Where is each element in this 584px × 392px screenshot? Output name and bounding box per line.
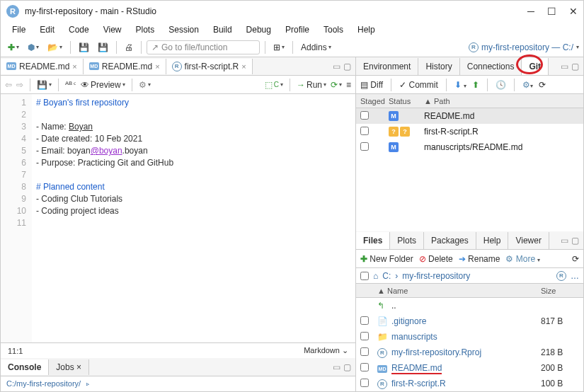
files-up-row[interactable]: ↰ .. xyxy=(356,298,583,313)
file-checkbox[interactable] xyxy=(360,363,369,371)
push-button[interactable]: ⬆ xyxy=(472,80,479,90)
addins-button[interactable]: Addins ▾ xyxy=(298,41,334,54)
menu-view[interactable]: View xyxy=(98,23,127,36)
more-path-button[interactable]: … xyxy=(571,271,579,281)
menu-session[interactable]: Session xyxy=(163,23,205,36)
source-tab-readme2[interactable]: MD README.md × xyxy=(84,59,166,74)
pull-button[interactable]: ⬇ ▾ xyxy=(454,80,466,90)
source-tab-script[interactable]: R first-R-script.R × xyxy=(166,59,253,74)
help-tab[interactable]: Help xyxy=(476,232,509,249)
source-tab-readme[interactable]: MD README.md × xyxy=(1,59,84,74)
rproj-icon[interactable]: R xyxy=(556,271,566,281)
files-row[interactable]: 📁 manuscripts xyxy=(356,329,583,345)
refresh-files-button[interactable]: ⟳ xyxy=(572,254,579,264)
menu-build[interactable]: Build xyxy=(207,23,238,36)
minimize-pane-icon[interactable]: ▭ xyxy=(561,236,568,246)
save-source-button[interactable]: 💾▾ xyxy=(37,80,52,90)
maximize-pane-icon[interactable]: ▢ xyxy=(571,62,579,71)
code-area[interactable]: # Boyan's first repository - Name: Boyan… xyxy=(32,94,355,342)
files-row[interactable]: 📄 .gitignore817 B xyxy=(356,313,583,329)
open-file-button[interactable]: 📂▾ xyxy=(45,41,65,54)
file-checkbox[interactable] xyxy=(360,316,369,325)
menu-file[interactable]: File xyxy=(6,23,31,36)
minimize-pane-icon[interactable]: ▭ xyxy=(561,62,568,71)
files-row[interactable]: MD README.md200 B xyxy=(356,360,583,376)
console[interactable]: C:/my-first-repository/ ▹ xyxy=(1,376,355,391)
menu-tools[interactable]: Tools xyxy=(318,23,349,36)
close-button[interactable]: ✕ xyxy=(569,6,578,17)
menu-edit[interactable]: Edit xyxy=(34,23,60,36)
jobs-tab[interactable]: Jobs × xyxy=(49,359,89,375)
files-row[interactable]: R first-R-script.R100 B xyxy=(356,376,583,391)
save-button[interactable]: 💾 xyxy=(76,41,92,54)
maximize-pane-icon[interactable]: ▢ xyxy=(343,362,351,372)
run-button[interactable]: → Run ▾ xyxy=(297,80,326,90)
history-button[interactable]: 🕓 xyxy=(496,80,506,90)
git-row[interactable]: M README.md xyxy=(356,108,583,124)
menu-help[interactable]: Help xyxy=(352,23,381,36)
file-checkbox[interactable] xyxy=(360,332,369,340)
settings-button[interactable]: ⚙▾ xyxy=(139,80,151,90)
rename-button[interactable]: ➔ Rename xyxy=(459,254,500,264)
delete-button[interactable]: ⊘ Delete xyxy=(419,254,453,264)
minimize-button[interactable]: ─ xyxy=(527,6,534,17)
minimize-pane-icon[interactable]: ▭ xyxy=(333,62,340,71)
bc-folder[interactable]: my-first-repository xyxy=(402,271,470,281)
menu-debug[interactable]: Debug xyxy=(241,23,277,36)
menu-plots[interactable]: Plots xyxy=(130,23,161,36)
maximize-pane-icon[interactable]: ▢ xyxy=(571,236,579,246)
preview-button[interactable]: 👁 Preview ▾ xyxy=(81,80,125,90)
git-tab[interactable]: Git xyxy=(522,58,549,75)
print-button[interactable]: 🖨 xyxy=(122,41,136,54)
new-folder-button[interactable]: ✚ New Folder xyxy=(360,254,413,264)
close-icon[interactable]: × xyxy=(241,62,246,71)
environment-tab[interactable]: Environment xyxy=(356,58,418,75)
insert-chunk-button[interactable]: ⬚C▾ xyxy=(265,80,283,90)
panes-button[interactable]: ⊞▾ xyxy=(270,41,287,54)
packages-tab[interactable]: Packages xyxy=(424,232,476,249)
console-tab[interactable]: Console xyxy=(1,359,49,375)
fwd-button[interactable]: ⇨ xyxy=(16,80,23,90)
files-row[interactable]: R my-first-repository.Rproj218 B xyxy=(356,345,583,360)
new-project-button[interactable]: ⬢▾ xyxy=(25,41,42,54)
plots-tab[interactable]: Plots xyxy=(390,232,424,249)
back-button[interactable]: ⇦ xyxy=(5,80,12,90)
project-indicator[interactable]: R my-first-repository — C:/ ▾ xyxy=(469,42,579,52)
outline-button[interactable]: ≡ xyxy=(346,80,351,90)
refresh-button[interactable]: ⟳ xyxy=(539,80,546,90)
menu-profile[interactable]: Profile xyxy=(280,23,315,36)
rerun-button[interactable]: ⟳▾ xyxy=(331,80,342,90)
home-icon[interactable]: ⌂ xyxy=(373,271,378,281)
git-row[interactable]: ?? first-R-script.R xyxy=(356,124,583,139)
more-git-button[interactable]: ⚙▾ xyxy=(522,80,533,90)
connections-tab[interactable]: Connections xyxy=(460,58,522,75)
diff-button[interactable]: ▤ Diff xyxy=(360,80,383,90)
git-row[interactable]: M manuscripts/README.md xyxy=(356,139,583,155)
more-button[interactable]: ⚙ More ▾ xyxy=(505,254,540,264)
file-type[interactable]: Markdown ⌄ xyxy=(304,346,348,355)
goto-input[interactable]: ↗ Go to file/function xyxy=(147,40,260,54)
minimize-pane-icon[interactable]: ▭ xyxy=(333,362,340,372)
close-icon[interactable]: × xyxy=(72,62,76,71)
viewer-tab[interactable]: Viewer xyxy=(508,232,549,249)
spellcheck-button[interactable]: ᴬᴮᶜ xyxy=(65,80,76,90)
stage-checkbox[interactable] xyxy=(360,127,369,135)
stage-checkbox[interactable] xyxy=(360,142,369,151)
maximize-pane-icon[interactable]: ▢ xyxy=(343,62,351,71)
stage-checkbox[interactable] xyxy=(360,111,369,120)
menu-code[interactable]: Code xyxy=(63,23,95,36)
history-tab[interactable]: History xyxy=(418,58,459,75)
code-editor[interactable]: 1234567891011 # Boyan's first repository… xyxy=(1,94,355,342)
new-file-button[interactable]: ✚▾ xyxy=(5,41,22,54)
select-all-checkbox[interactable] xyxy=(360,272,369,280)
save-all-button[interactable]: 💾 xyxy=(95,41,111,54)
file-checkbox[interactable] xyxy=(360,379,369,387)
commit-button[interactable]: ✓ Commit xyxy=(399,80,438,90)
bc-drive[interactable]: C: xyxy=(382,271,391,281)
close-icon[interactable]: × xyxy=(155,62,159,71)
file-checkbox[interactable] xyxy=(360,347,369,356)
rproj-icon: R xyxy=(377,347,391,358)
maximize-button[interactable]: ☐ xyxy=(547,6,556,17)
status-unknown-icon: ? xyxy=(400,127,410,137)
files-tab[interactable]: Files xyxy=(356,232,390,249)
